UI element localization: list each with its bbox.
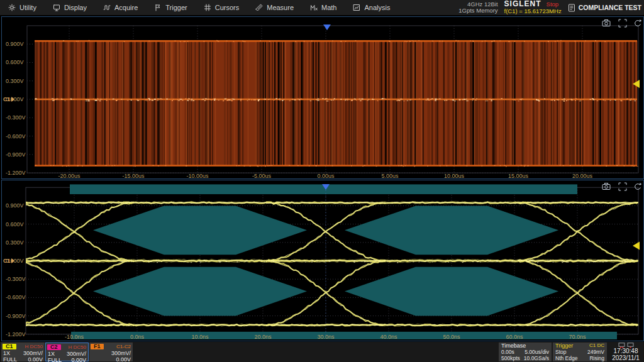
acquisition-info[interactable]: 4GHz 12Bit 1Gpts Memory xyxy=(458,1,497,14)
volt-tick-label: 0.300V xyxy=(6,78,24,84)
c2-offset-label: 0.00V xyxy=(71,357,86,362)
display-icon xyxy=(53,4,60,11)
cursors-icon xyxy=(204,4,211,11)
c1-eye-trace xyxy=(14,202,638,326)
c2-bandwidth-label: FULL xyxy=(48,357,62,362)
channel-box-c2[interactable]: C2 H DC50 1X 300mV/ FULL 0.00V xyxy=(45,343,89,361)
camera-icon[interactable] xyxy=(602,184,610,190)
eye-diagram-window[interactable]: 0.900V0.600V0.300V0.000V-0.300V-0.600V-0… xyxy=(1,180,644,341)
menu-item-trigger[interactable]: Trigger xyxy=(146,0,195,15)
run-state-indicator[interactable]: Stop xyxy=(547,1,559,8)
time-tick-label: 0.0ns xyxy=(130,334,145,340)
report-icon xyxy=(568,4,575,12)
time-tick-label: 50.0ns xyxy=(443,334,460,340)
clock-time: 17:30:48 xyxy=(608,348,643,355)
gear-icon xyxy=(8,4,16,11)
trigger-level: 249mV xyxy=(587,349,604,355)
volt-tick-label: -0.900V xyxy=(6,151,26,158)
volt-tick-label: -0.600V xyxy=(6,133,26,140)
time-tick-label: 5.00us xyxy=(381,173,399,178)
brand-block: SIGLENT Stop f(C1) = 15.61723MHz xyxy=(504,1,562,14)
menu-bar: UtilityDisplayAcquireTriggerCursorsMeasu… xyxy=(0,0,644,15)
trigger-panel[interactable]: Trigger C1 DC Stop 249mV Nth Edge Rising xyxy=(553,343,607,361)
c2-badge: C2 xyxy=(47,344,61,350)
trigger-title: Trigger xyxy=(555,343,573,349)
f1-source-label: C1-C2 xyxy=(116,344,131,349)
menu-item-analysis[interactable]: Analysis xyxy=(345,0,398,15)
time-tick-label: 40.0ns xyxy=(380,334,397,340)
menu-item-cursors[interactable]: Cursors xyxy=(196,0,248,15)
menu-item-label: Utility xyxy=(19,4,36,11)
time-tick-label: -20.00us xyxy=(58,173,80,178)
math-icon xyxy=(310,4,318,11)
c1-acquisition-trace xyxy=(35,40,638,167)
acquire-icon xyxy=(103,4,111,11)
time-tick-label: 70.0ns xyxy=(569,334,586,340)
c1-badge: C1 xyxy=(3,344,16,349)
volt-tick-label: -0.300V xyxy=(6,114,26,121)
menu-item-label: Acquire xyxy=(114,4,138,11)
volt-tick-label: 0.300V xyxy=(6,239,24,246)
time-tick-label: 60.0ns xyxy=(506,334,523,340)
main-waveform-plot[interactable]: 0.900V0.600V0.300V0.000V-0.300V-0.600V-0… xyxy=(2,17,643,178)
camera-icon[interactable] xyxy=(602,20,610,26)
volt-tick-label: -1.200V xyxy=(6,170,26,176)
channel-box-c1[interactable]: C1 H DC50 1X 300mV/ FULL 0.00V xyxy=(1,343,45,361)
trigger-status: Stop xyxy=(555,349,567,355)
menu-item-acquire[interactable]: Acquire xyxy=(95,0,146,15)
frequency-counter-readout: f(C1) = 15.61723MHz xyxy=(504,8,562,14)
volt-tick-label: 0.600V xyxy=(6,59,24,65)
flag-icon xyxy=(154,4,162,11)
channel-tag-c1: C1 xyxy=(3,96,11,102)
menu-item-label: Trigger xyxy=(165,4,187,11)
time-tick-label: -15.00us xyxy=(122,173,145,178)
main-waveform-window[interactable]: 0.900V0.600V0.300V0.000V-0.300V-0.600V-0… xyxy=(1,16,644,179)
clock-panel[interactable]: 17:30:48 2023/11/1 xyxy=(608,343,643,361)
timebase-scale: 5.00us/div xyxy=(525,349,549,355)
trigger-type: Nth Edge xyxy=(555,355,577,361)
c2-scale-label: 300mV/ xyxy=(67,351,86,357)
brand-logo: SIGLENT xyxy=(504,1,541,7)
trigger-position-marker[interactable] xyxy=(323,25,331,30)
status-bar: C1 H DC50 1X 300mV/ FULL 0.00V C2 H DC50… xyxy=(0,342,644,362)
menu-item-label: Cursors xyxy=(215,4,240,11)
compliance-test-label: COMPLIANCE TEST xyxy=(579,4,641,11)
time-tick-label: -10.00us xyxy=(186,173,209,178)
menu-item-utility[interactable]: Utility xyxy=(0,0,45,15)
time-tick-label: 20.0ns xyxy=(254,334,272,340)
time-tick-label: 15.00us xyxy=(508,173,529,178)
volt-tick-label: -1.200V xyxy=(6,331,26,337)
time-tick-label: 10.0ns xyxy=(191,334,209,340)
f1-offset-label: 0.00V xyxy=(116,356,131,362)
oscilloscope-screen: UtilityDisplayAcquireTriggerCursorsMeasu… xyxy=(0,0,644,362)
memory-depth-label: 1Gpts Memory xyxy=(458,8,497,14)
fullscreen-icon[interactable] xyxy=(619,183,626,190)
volt-tick-label: -0.600V xyxy=(6,294,26,300)
time-tick-label: 0.00us xyxy=(317,173,335,178)
trigger-level-marker[interactable] xyxy=(633,242,640,250)
timebase-title: Timebase xyxy=(501,343,526,349)
time-tick-label: -5.00us xyxy=(252,173,272,178)
menu-bar-right: 4GHz 12Bit 1Gpts Memory SIGLENT Stop f(C… xyxy=(458,0,641,15)
volt-tick-label: 0.900V xyxy=(6,41,24,47)
eye-diagram-plot[interactable]: 0.900V0.600V0.300V0.000V-0.300V-0.600V-0… xyxy=(2,180,643,341)
c1-probe-label: 1X xyxy=(3,350,10,356)
timebase-sample-rate: 10.0GSa/s xyxy=(524,355,549,361)
menu-item-label: Analysis xyxy=(364,4,390,11)
restore-icon[interactable] xyxy=(635,19,642,26)
timebase-panel[interactable]: Timebase 0.00s 5.00us/div 500kpts 10.0GS… xyxy=(499,343,552,361)
timebase-points: 500kpts xyxy=(501,355,520,361)
menu-item-measure[interactable]: Measure xyxy=(247,0,302,15)
function-box-f1[interactable]: F1 C1-C2 300mV/ 0.00V xyxy=(89,343,133,361)
menu-item-label: Measure xyxy=(267,4,294,11)
window-toolbar xyxy=(602,183,641,190)
menu-item-label: Math xyxy=(321,4,336,11)
menu-item-display[interactable]: Display xyxy=(45,0,95,15)
c2-probe-label: 1X xyxy=(48,351,55,357)
compliance-test-button[interactable]: COMPLIANCE TEST xyxy=(568,4,641,12)
menu-item-label: Display xyxy=(64,4,87,11)
volt-tick-label: -0.300V xyxy=(6,276,26,282)
f1-badge: F1 xyxy=(91,344,104,349)
measure-icon xyxy=(255,4,263,11)
menu-item-math[interactable]: Math xyxy=(302,0,345,15)
